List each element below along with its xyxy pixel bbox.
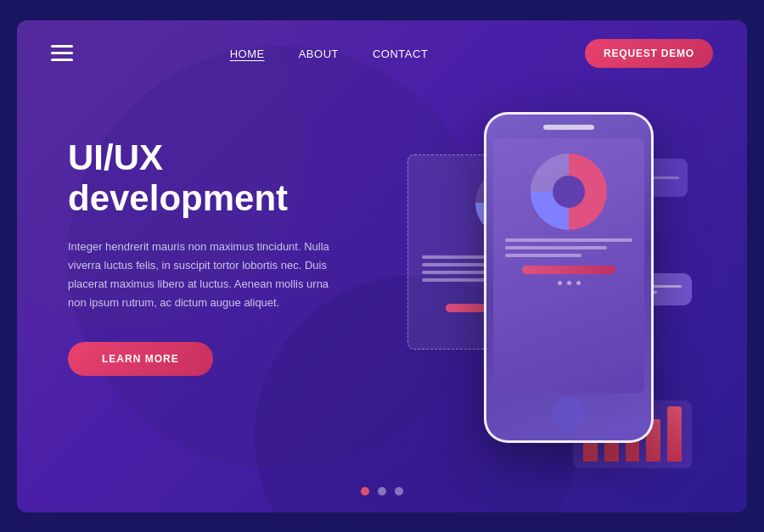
nav-item-contact[interactable]: CONTACT xyxy=(373,46,428,61)
request-demo-button[interactable]: REQUEST DEMO xyxy=(585,39,713,68)
nav-link-about[interactable]: ABOUT xyxy=(299,48,339,60)
hamburger-line-1 xyxy=(51,45,73,48)
hamburger-line-2 xyxy=(51,52,73,54)
slider-dot-2[interactable] xyxy=(378,487,386,496)
nav-link-home[interactable]: HOME xyxy=(230,48,265,60)
hamburger-line-3 xyxy=(51,59,73,61)
phone-action-btn xyxy=(522,266,616,274)
phone-dot-2 xyxy=(567,281,571,285)
phone-home-button xyxy=(552,397,586,431)
bar-5 xyxy=(667,406,682,462)
slider-dot-1[interactable] xyxy=(361,487,369,496)
page-wrapper: HOME ABOUT CONTACT REQUEST DEMO UI/UXdev… xyxy=(17,20,747,512)
phone-screen xyxy=(493,138,644,393)
phone-line-2 xyxy=(505,246,607,249)
hero-title: UI/UXdevelopment xyxy=(68,137,390,220)
phone-mockup xyxy=(484,112,654,443)
nav-link-contact[interactable]: CONTACT xyxy=(373,48,428,60)
nav-item-home[interactable]: HOME xyxy=(230,46,265,61)
learn-more-button[interactable]: LEARN MORE xyxy=(68,342,213,376)
hero-illustration xyxy=(390,104,696,512)
phone-line-3 xyxy=(505,254,581,257)
nav-item-about[interactable]: ABOUT xyxy=(299,46,339,61)
nav-links: HOME ABOUT CONTACT xyxy=(230,46,429,61)
phone-notch xyxy=(543,125,594,130)
slider-dots xyxy=(17,487,747,496)
hamburger-menu[interactable] xyxy=(51,45,73,61)
phone-line-1 xyxy=(505,238,632,242)
phone-text-lines xyxy=(505,238,632,257)
hero-section: UI/UXdevelopment Integer hendrerit mauri… xyxy=(17,87,747,512)
phone-dot-1 xyxy=(558,281,562,285)
phone-dot-3 xyxy=(576,281,581,285)
phone-pie-chart xyxy=(531,154,607,230)
phone-indicator-dots xyxy=(502,281,636,285)
hero-description: Integer hendrerit mauris non maximus tin… xyxy=(68,238,331,312)
phone-pie-center xyxy=(553,176,585,208)
hero-text: UI/UXdevelopment Integer hendrerit mauri… xyxy=(68,104,390,377)
slider-dot-3[interactable] xyxy=(395,487,403,496)
navbar: HOME ABOUT CONTACT REQUEST DEMO xyxy=(17,20,747,87)
